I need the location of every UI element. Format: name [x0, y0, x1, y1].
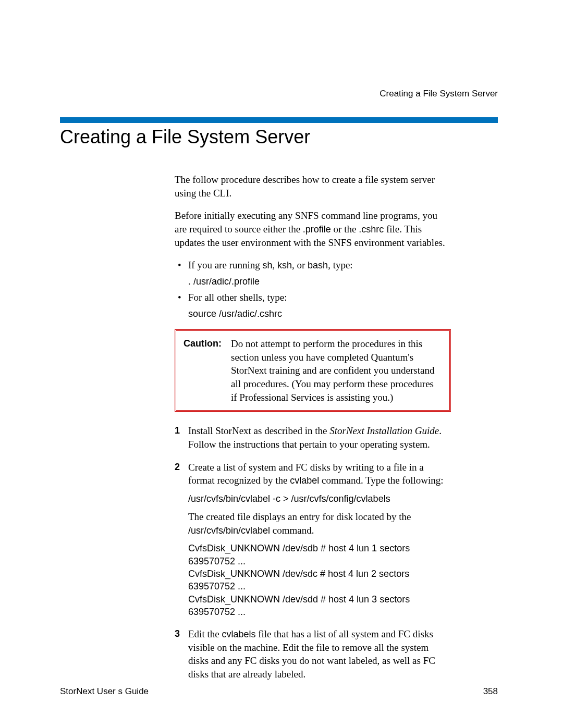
code-sh: sh	[262, 260, 272, 270]
output-line: CvfsDisk_UNKNOWN /dev/sdc # host 4 lun 2…	[188, 567, 451, 593]
step-text: Edit the cvlabels file that has a list o…	[188, 627, 451, 681]
step-text: Install StorNext as described in the Sto…	[188, 424, 451, 451]
text: Edit the	[188, 628, 222, 639]
intro-paragraph-2: Before initially executing any SNFS comm…	[175, 209, 451, 249]
book-title-italic: StorNext Installation Guide	[329, 425, 439, 436]
page-title: Creating a File System Server	[60, 126, 498, 148]
page: Creating a File System Server Creating a…	[0, 0, 563, 728]
caution-box: Caution: Do not attempt to perform the p…	[175, 329, 451, 412]
code-path: /usr/cvfs/bin/cvlabel	[188, 525, 270, 536]
step-item: Install StorNext as described in the Sto…	[175, 424, 451, 451]
code-bash: bash	[308, 260, 328, 270]
step-text: Create a list of system and FC disks by …	[188, 461, 451, 487]
command-text: /usr/cvfs/bin/cvlabel -c > /usr/cvfs/con…	[188, 492, 451, 505]
footer-page-number: 358	[483, 686, 498, 697]
text: , type:	[328, 260, 353, 270]
text: , or	[292, 260, 308, 270]
result-paragraph: The created file displays an entry for d…	[188, 510, 451, 537]
running-header: Creating a File System Server	[380, 89, 498, 99]
bullet-item: For all other shells, type: source /usr/…	[175, 291, 451, 320]
footer-left: StorNext User s Guide	[60, 686, 149, 697]
output-line: CvfsDisk_UNKNOWN /dev/sdb # host 4 lun 1…	[188, 542, 451, 567]
code-profile: .profile	[303, 224, 331, 235]
text: The created file displays an entry for d…	[188, 511, 411, 522]
text: command. Type the following:	[319, 475, 443, 486]
text: command.	[270, 525, 314, 536]
output-line: CvfsDisk_UNKNOWN /dev/sdd # host 4 lun 3…	[188, 593, 451, 619]
code-cshrc: .cshrc	[359, 224, 384, 235]
code-ksh: ksh	[277, 260, 292, 270]
caution-text: Do not attempt to perform the procedures…	[231, 337, 442, 404]
caution-label: Caution:	[183, 337, 222, 404]
intro-paragraph-1: The follow procedure describes how to cr…	[175, 173, 451, 200]
text: Install StorNext as described in the	[188, 425, 329, 436]
text: For all other shells, type:	[188, 292, 287, 303]
command-text: . /usr/adic/.profile	[188, 275, 451, 288]
code-cvlabel: cvlabel	[290, 475, 319, 486]
command-text: source /usr/adic/.cshrc	[188, 307, 451, 320]
page-footer: StorNext User s Guide 358	[60, 686, 498, 697]
output-block: CvfsDisk_UNKNOWN /dev/sdb # host 4 lun 1…	[188, 542, 451, 618]
bullet-item: If you are running sh, ksh, or bash, typ…	[175, 258, 451, 288]
body-column: The follow procedure describes how to cr…	[175, 173, 451, 681]
step-item: Edit the cvlabels file that has a list o…	[175, 627, 451, 681]
code-cvlabels: cvlabels	[222, 629, 255, 639]
text: If you are running	[188, 260, 262, 270]
ordered-steps: Install StorNext as described in the Sto…	[175, 424, 451, 681]
text: ,	[272, 260, 277, 270]
horizontal-rule	[60, 117, 498, 123]
text: or the	[331, 224, 359, 235]
bullet-list: If you are running sh, ksh, or bash, typ…	[175, 258, 451, 320]
step-item: Create a list of system and FC disks by …	[175, 461, 451, 619]
